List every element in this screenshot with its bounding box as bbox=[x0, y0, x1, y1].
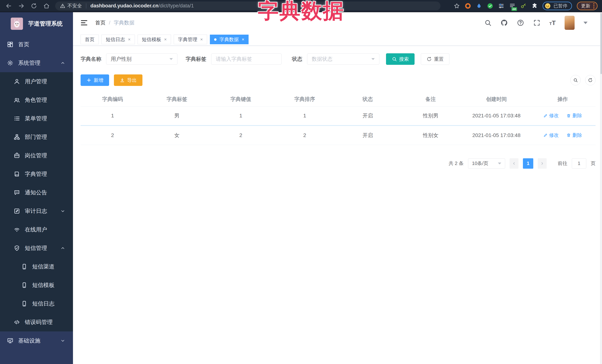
close-icon[interactable]: × bbox=[242, 37, 244, 42]
chevron-up-icon bbox=[60, 61, 65, 65]
prev-page-button[interactable] bbox=[510, 158, 518, 169]
tab-sms-log[interactable]: 短信日志× bbox=[101, 35, 135, 44]
toggle-search-button[interactable] bbox=[570, 75, 581, 85]
browser-reload-icon[interactable] bbox=[31, 3, 37, 9]
sidebar-item-sms-template[interactable]: 短信模板 bbox=[0, 276, 73, 294]
sidebar-item-users[interactable]: 用户管理 bbox=[0, 72, 73, 91]
next-page-button[interactable] bbox=[538, 158, 547, 169]
sidebar-item-sms-log[interactable]: 短信日志 bbox=[0, 294, 73, 313]
browser-menu-icon[interactable] bbox=[593, 3, 594, 9]
plus-icon bbox=[86, 78, 92, 83]
table-row[interactable]: 1 男 1 1 开启 性别男 2021-01-05 17:03:48 修改 bbox=[81, 106, 595, 125]
sidebar-item-notices[interactable]: 通知公告 bbox=[0, 183, 73, 202]
chevron-right-icon bbox=[540, 161, 544, 166]
current-page-button[interactable]: 1 bbox=[523, 158, 533, 169]
sidebar-item-audit-logs[interactable]: 审计日志 bbox=[0, 202, 73, 220]
sidebar-item-positions[interactable]: 岗位管理 bbox=[0, 146, 73, 165]
close-icon[interactable]: × bbox=[200, 37, 203, 42]
help-icon[interactable] bbox=[517, 19, 524, 26]
gear-icon bbox=[7, 60, 13, 66]
search-icon[interactable] bbox=[484, 19, 492, 26]
dict-name-select[interactable]: 用户性别 bbox=[106, 53, 177, 65]
status-text: 开启 bbox=[337, 125, 398, 145]
avatar-caret-icon[interactable] bbox=[583, 22, 588, 24]
sidebar-item-menus[interactable]: 菜单管理 bbox=[0, 109, 73, 128]
dict-label-input[interactable]: 请输入字典标签 bbox=[211, 53, 281, 65]
table-row[interactable]: 2 女 2 2 开启 性别女 2021-01-05 17:03:48 修改 bbox=[81, 125, 595, 145]
delete-button[interactable]: 删除 bbox=[566, 112, 582, 119]
profile-paused-pill[interactable]: 已暂停 bbox=[543, 2, 572, 10]
sidebar-item-system[interactable]: 系统管理 bbox=[0, 54, 73, 72]
extension-check-icon[interactable] bbox=[487, 3, 493, 9]
status-select[interactable]: 数据状态 bbox=[307, 53, 379, 65]
export-button[interactable]: 导出 bbox=[114, 74, 142, 86]
code-icon bbox=[14, 319, 20, 325]
hamburger-icon[interactable] bbox=[80, 19, 88, 26]
extension-drop-icon[interactable] bbox=[476, 3, 482, 9]
col-dict-value: 字典键值 bbox=[209, 92, 272, 106]
sidebar-item-departments[interactable]: 部门管理 bbox=[0, 128, 73, 146]
browser-update-group[interactable]: 更新 bbox=[577, 2, 598, 10]
delete-button[interactable]: 删除 bbox=[566, 132, 582, 138]
extension-adblock-icon[interactable] bbox=[465, 3, 471, 9]
col-dict-sort: 字典排序 bbox=[272, 92, 337, 106]
sidebar-item-home[interactable]: 首页 bbox=[0, 35, 73, 54]
sidebar-item-roles[interactable]: 角色管理 bbox=[0, 91, 73, 109]
goto-label: 前往 bbox=[558, 160, 567, 167]
tab-dict-manage[interactable]: 字典管理× bbox=[174, 35, 207, 44]
edit-button[interactable]: 修改 bbox=[543, 112, 559, 119]
extensions-puzzle-icon[interactable] bbox=[531, 3, 538, 9]
sidebar-item-error-codes[interactable]: 错误码管理 bbox=[0, 313, 73, 332]
github-icon[interactable] bbox=[501, 19, 508, 26]
logo-bunny-image bbox=[11, 18, 23, 30]
tab-home[interactable]: 首页 bbox=[81, 35, 99, 44]
sidebar-item-sms[interactable]: 短信管理 bbox=[0, 239, 73, 257]
page-scrollbar[interactable] bbox=[600, 12, 602, 364]
address-bar[interactable]: 不安全 dashboard.yudao.iocoder.cn/dict/type… bbox=[55, 1, 441, 10]
reset-button[interactable]: 重置 bbox=[421, 53, 449, 65]
page-header: 首页 / 字典数据 TT bbox=[73, 12, 602, 33]
browser-forward-icon[interactable] bbox=[18, 3, 24, 9]
page-content: 字典名称 用户性别 字典标签 请输入字典标签 状态 数据状态 搜索 重 bbox=[73, 46, 602, 169]
extension-switch-icon[interactable]: on bbox=[509, 3, 516, 9]
close-icon[interactable]: × bbox=[164, 37, 167, 42]
page-unit-label: 页 bbox=[591, 160, 595, 167]
tabs-bar: 首页 短信日志× 短信模板× 字典管理× 字典数据× bbox=[73, 33, 602, 46]
refresh-table-button[interactable] bbox=[585, 75, 595, 85]
security-warning-icon[interactable] bbox=[60, 3, 65, 9]
col-status: 状态 bbox=[337, 92, 398, 106]
briefcase-icon bbox=[14, 152, 20, 159]
menu-list-icon bbox=[14, 115, 20, 122]
chevron-down-icon bbox=[170, 58, 173, 60]
app-logo[interactable]: 芋道管理系统 bbox=[0, 12, 73, 35]
users-group-icon bbox=[14, 97, 20, 103]
browser-home-icon[interactable] bbox=[43, 3, 50, 9]
edit-button[interactable]: 修改 bbox=[543, 132, 559, 138]
tab-dict-data[interactable]: 字典数据× bbox=[210, 35, 248, 44]
extension-key-icon[interactable] bbox=[520, 3, 527, 9]
status-text: 开启 bbox=[337, 106, 398, 125]
extension-sliders-icon[interactable] bbox=[498, 3, 504, 9]
browser-back-icon[interactable] bbox=[6, 3, 12, 9]
font-size-icon[interactable]: TT bbox=[549, 19, 556, 26]
search-button[interactable]: 搜索 bbox=[386, 53, 415, 65]
fullscreen-icon[interactable] bbox=[533, 19, 540, 26]
tab-sms-template[interactable]: 短信模板× bbox=[138, 35, 171, 44]
col-dict-code: 字典编码 bbox=[81, 92, 144, 106]
bookmark-star-icon[interactable] bbox=[454, 3, 460, 9]
url-host: dashboard.yudao.iocoder.cn bbox=[90, 3, 159, 9]
breadcrumb-home[interactable]: 首页 bbox=[95, 19, 106, 26]
scrollbar-thumb[interactable] bbox=[601, 13, 602, 74]
avatar[interactable] bbox=[565, 16, 575, 30]
sidebar-item-infrastructure[interactable]: 基础设施 bbox=[0, 332, 73, 350]
table-header-row: 字典编码 字典标签 字典键值 字典排序 状态 备注 创建时间 操作 bbox=[81, 92, 595, 106]
dashboard-icon bbox=[7, 41, 13, 48]
add-button[interactable]: 新增 bbox=[81, 74, 109, 86]
close-icon[interactable]: × bbox=[128, 37, 130, 42]
goto-page-input[interactable] bbox=[572, 158, 586, 169]
breadcrumb-separator: / bbox=[109, 20, 110, 26]
page-size-select[interactable]: 10条/页 bbox=[468, 158, 505, 169]
sidebar-item-sms-channel[interactable]: 短信渠道 bbox=[0, 257, 73, 276]
sidebar-item-dicts[interactable]: 字典管理 bbox=[0, 165, 73, 183]
sidebar-item-online-users[interactable]: 在线用户 bbox=[0, 220, 73, 239]
